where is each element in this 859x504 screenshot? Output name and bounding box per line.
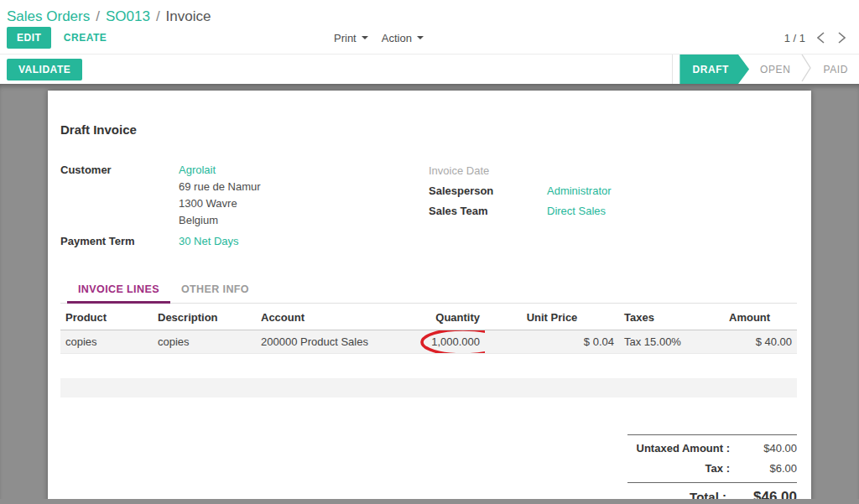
- customer-street: 69 rue de Namur: [179, 179, 261, 195]
- invoice-totals: Untaxed Amount : $40.00 Tax : $6.00 Tota…: [627, 434, 797, 500]
- payment-term-field: Payment Term 30 Net Days: [60, 233, 429, 250]
- breadcrumb: Sales Orders/SO013/Invoice: [7, 5, 852, 28]
- cell-account: 200000 Product Sales: [256, 330, 386, 354]
- form-buttons: EDIT CREATE: [7, 27, 115, 49]
- column-header-taxes[interactable]: Taxes: [619, 304, 724, 330]
- salesperson-field: Salesperson Administrator: [429, 182, 797, 200]
- control-panel: EDIT CREATE Print Action 1 / 1: [7, 29, 852, 54]
- pager-count: 1 / 1: [784, 32, 805, 44]
- right-field-group: Invoice Date Salesperson Administrator S…: [429, 162, 797, 252]
- customer-field: Customer Agrolait 69 rue de Namur 1300 W…: [60, 162, 429, 229]
- print-dropdown-label: Print: [334, 32, 357, 44]
- status-separator-icon: [801, 54, 812, 86]
- table-row-spacer: [60, 354, 797, 378]
- invoice-lines-table: Product Description Account Quantity Uni…: [60, 304, 797, 397]
- breadcrumb-separator: /: [90, 8, 106, 24]
- breadcrumb-current: Invoice: [166, 8, 211, 24]
- breadcrumb-separator: /: [150, 8, 166, 24]
- form-background: Draft Invoice Customer Agrolait 69 rue d…: [0, 84, 859, 499]
- breadcrumb-so013[interactable]: SO013: [106, 8, 150, 24]
- cell-quantity: 1,000.000: [386, 330, 485, 354]
- tax-value: $6.00: [738, 462, 797, 475]
- untaxed-amount-label: Untaxed Amount :: [627, 442, 738, 455]
- customer-country: Belgium: [179, 212, 261, 229]
- customer-value: Agrolait 69 rue de Namur 1300 Wavre Belg…: [179, 162, 261, 229]
- invoice-date-label: Invoice Date: [429, 162, 547, 180]
- action-dropdown[interactable]: Action: [382, 32, 424, 44]
- pager: 1 / 1: [784, 30, 852, 45]
- page-title: Draft Invoice: [60, 122, 797, 137]
- tax-row: Tax : $6.00: [627, 462, 797, 475]
- cell-amount: $ 40.00: [724, 330, 797, 354]
- salesperson-link[interactable]: Administrator: [547, 182, 612, 200]
- top-bar: Sales Orders/SO013/Invoice EDIT CREATE P…: [0, 0, 859, 54]
- tab-other-info[interactable]: OTHER INFO: [170, 277, 260, 303]
- total-row: Total : $46.00: [627, 482, 797, 500]
- chevron-right-icon[interactable]: [836, 30, 847, 45]
- payment-term-link[interactable]: 30 Net Days: [179, 233, 239, 250]
- cell-product: copies: [60, 330, 153, 354]
- sales-team-label: Sales Team: [429, 202, 547, 221]
- total-amount: $46.00: [753, 489, 797, 500]
- salesperson-label: Salesperson: [429, 182, 547, 200]
- untaxed-amount-row: Untaxed Amount : $40.00: [627, 442, 797, 455]
- caret-down-icon: [417, 36, 424, 39]
- table-row-empty: [60, 378, 797, 397]
- cell-taxes: Tax 15.00%: [619, 330, 724, 354]
- notebook: INVOICE LINES OTHER INFO Product Descrip…: [60, 277, 797, 397]
- print-dropdown[interactable]: Print: [334, 32, 368, 44]
- status-open[interactable]: OPEN: [749, 55, 801, 84]
- payment-term-label: Payment Term: [60, 233, 179, 250]
- left-field-group: Customer Agrolait 69 rue de Namur 1300 W…: [60, 162, 429, 252]
- column-header-product[interactable]: Product: [60, 304, 153, 330]
- customer-link[interactable]: Agrolait: [179, 164, 216, 176]
- column-header-quantity[interactable]: Quantity: [386, 304, 485, 330]
- action-dropdown-label: Action: [382, 32, 412, 44]
- action-menus: Print Action: [334, 32, 424, 44]
- tab-invoice-lines[interactable]: INVOICE LINES: [67, 277, 170, 304]
- column-header-description[interactable]: Description: [153, 304, 256, 330]
- create-button[interactable]: CREATE: [55, 27, 115, 49]
- status-draft[interactable]: DRAFT: [679, 55, 749, 84]
- total-label: Total :: [627, 490, 735, 500]
- breadcrumb-sales-orders[interactable]: Sales Orders: [7, 8, 90, 24]
- cell-unit-price: $ 0.04: [485, 330, 619, 354]
- column-header-unit-price[interactable]: Unit Price: [485, 304, 619, 330]
- untaxed-amount-value: $40.00: [738, 442, 797, 455]
- status-pipeline: DRAFT OPEN PAID: [672, 55, 859, 84]
- caret-down-icon: [362, 36, 368, 39]
- edit-button[interactable]: EDIT: [7, 27, 51, 49]
- invoice-sheet: Draft Invoice Customer Agrolait 69 rue d…: [48, 91, 811, 499]
- chevron-left-icon[interactable]: [815, 30, 826, 45]
- sales-team-link[interactable]: Direct Sales: [547, 202, 606, 221]
- quantity-value: 1,000.000: [431, 335, 480, 348]
- status-divider: [672, 55, 673, 84]
- total-value: $46.00: [735, 489, 797, 500]
- status-paid[interactable]: PAID: [812, 55, 859, 84]
- table-row[interactable]: copies copies 200000 Product Sales 1,000…: [60, 330, 797, 354]
- invoice-fields: Customer Agrolait 69 rue de Namur 1300 W…: [60, 162, 797, 252]
- column-header-amount[interactable]: Amount: [724, 304, 797, 330]
- tax-label: Tax :: [627, 462, 738, 475]
- customer-city: 1300 Wavre: [179, 195, 261, 212]
- cell-description: copies: [153, 330, 256, 354]
- sales-team-field: Sales Team Direct Sales: [429, 202, 797, 221]
- customer-label: Customer: [60, 162, 179, 229]
- column-header-account[interactable]: Account: [256, 304, 386, 330]
- tab-strip: INVOICE LINES OTHER INFO: [60, 277, 797, 304]
- status-bar: VALIDATE DRAFT OPEN PAID: [0, 54, 859, 84]
- invoice-date-field: Invoice Date: [429, 162, 797, 180]
- validate-button[interactable]: VALIDATE: [7, 59, 82, 81]
- table-header-row: Product Description Account Quantity Uni…: [60, 304, 797, 330]
